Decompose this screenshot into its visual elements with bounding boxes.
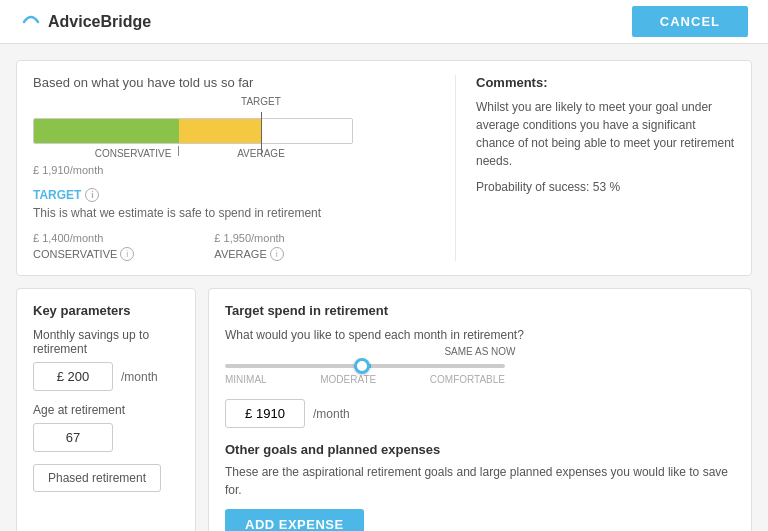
- target-title: TARGET: [33, 188, 81, 202]
- conservative-label: CONSERVATIVE: [95, 148, 172, 159]
- bar-green: [34, 119, 179, 143]
- age-label: Age at retirement: [33, 403, 179, 417]
- header: AdviceBridge CANCEL: [0, 0, 768, 44]
- target-section: TARGET i This is what we estimate is saf…: [33, 188, 435, 261]
- slider-container: SAME AS NOW MINIMAL MODERATE COMFORTABLE: [225, 364, 735, 385]
- key-parameters-card: Key parameters Monthly savings up to ret…: [16, 288, 196, 531]
- average-estimate: £ 1,950/month AVERAGE i: [214, 228, 284, 261]
- slider-question: What would you like to spend each month …: [225, 328, 735, 342]
- monthly-savings-row: /month: [33, 362, 179, 391]
- target-spend-card: Target spend in retirement What would yo…: [208, 288, 752, 531]
- monthly-value: £ 1,910/month: [33, 160, 435, 178]
- phased-retirement-button[interactable]: Phased retirement: [33, 464, 161, 492]
- monthly-amount: £ 1,910: [33, 164, 70, 176]
- slider-labels: MINIMAL MODERATE COMFORTABLE: [225, 374, 505, 385]
- slider-track[interactable]: [225, 364, 505, 368]
- comments-text: Whilst you are likely to meet your goal …: [476, 98, 735, 170]
- conservative-unit: /month: [70, 232, 104, 244]
- monthly-savings-unit: /month: [121, 370, 158, 384]
- progress-container: TARGET CONSERVATIVE AVERAGE: [33, 118, 435, 148]
- key-parameters-title: Key parameters: [33, 303, 179, 318]
- other-goals-title: Other goals and planned expenses: [225, 442, 735, 457]
- age-row: [33, 423, 179, 452]
- slider-value-row: /month: [225, 399, 735, 428]
- monthly-unit: /month: [70, 164, 104, 176]
- target-info-icon[interactable]: i: [85, 188, 99, 202]
- other-goals-text: These are the aspirational retirement go…: [225, 463, 735, 499]
- slider-label-comfortable: COMFORTABLE: [430, 374, 505, 385]
- right-panel: Comments: Whilst you are likely to meet …: [455, 75, 735, 261]
- conservative-info-icon[interactable]: i: [120, 247, 134, 261]
- progress-bar-track: [33, 118, 353, 144]
- target-label-row: TARGET i: [33, 188, 435, 202]
- slider-thumb[interactable]: [354, 358, 370, 374]
- monthly-savings-input[interactable]: [33, 362, 113, 391]
- comments-title: Comments:: [476, 75, 735, 90]
- conservative-arrow: [178, 146, 179, 156]
- average-value: £ 1,950/month: [214, 228, 284, 245]
- add-expense-button[interactable]: ADD EXPENSE: [225, 509, 364, 531]
- estimate-text: This is what we estimate is safe to spen…: [33, 206, 435, 220]
- bar-white: [262, 119, 352, 143]
- bar-yellow: [179, 119, 262, 143]
- same-as-now-label: SAME AS NOW: [444, 346, 515, 357]
- conservative-value: £ 1,400/month: [33, 228, 134, 245]
- conservative-estimate: £ 1,400/month CONSERVATIVE i: [33, 228, 134, 261]
- average-unit: /month: [251, 232, 285, 244]
- target-label: TARGET: [241, 96, 281, 107]
- slider-value-unit: /month: [313, 407, 350, 421]
- logo-icon: [20, 10, 42, 33]
- bottom-section: Key parameters Monthly savings up to ret…: [16, 288, 752, 531]
- cancel-button[interactable]: CANCEL: [632, 6, 748, 37]
- probability-text: Probability of sucess: 53 %: [476, 180, 735, 194]
- slider-label-moderate: MODERATE: [320, 374, 376, 385]
- conservative-name: CONSERVATIVE i: [33, 247, 134, 261]
- target-line: [261, 112, 262, 150]
- slider-value-input[interactable]: [225, 399, 305, 428]
- age-input[interactable]: [33, 423, 113, 452]
- monthly-savings-label: Monthly savings up to retirement: [33, 328, 179, 356]
- section-title: Based on what you have told us so far: [33, 75, 435, 90]
- left-panel: Based on what you have told us so far TA…: [33, 75, 435, 261]
- logo-text: AdviceBridge: [48, 13, 151, 31]
- main-content: Based on what you have told us so far TA…: [0, 44, 768, 531]
- logo: AdviceBridge: [20, 10, 151, 33]
- average-info-icon[interactable]: i: [270, 247, 284, 261]
- target-spend-title: Target spend in retirement: [225, 303, 735, 318]
- estimates-row: £ 1,400/month CONSERVATIVE i £ 1,950/mon…: [33, 228, 435, 261]
- average-name: AVERAGE i: [214, 247, 284, 261]
- slider-section: SAME AS NOW MINIMAL MODERATE COMFORTABLE…: [225, 364, 735, 428]
- slider-label-minimal: MINIMAL: [225, 374, 267, 385]
- top-card: Based on what you have told us so far TA…: [16, 60, 752, 276]
